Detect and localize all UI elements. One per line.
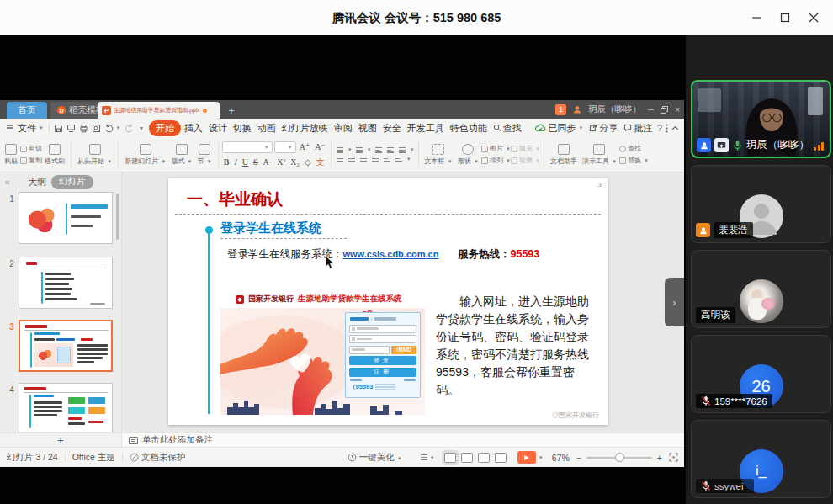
font-name-select[interactable]: ▼ <box>222 141 273 153</box>
align-right-button[interactable] <box>358 157 369 162</box>
slide-thumbnail-3[interactable] <box>19 320 113 372</box>
panel-collapse-icon[interactable]: « <box>5 178 10 187</box>
italic-button[interactable]: I <box>232 157 238 167</box>
number-list-button[interactable] <box>354 147 364 153</box>
preview-icon[interactable] <box>90 124 103 133</box>
collapse-ribbon-icon[interactable] <box>670 125 681 130</box>
menu-features[interactable]: 特色功能 <box>447 122 490 135</box>
slide-thumbnail-1[interactable] <box>19 192 113 244</box>
present-tools-button[interactable]: 演示工具 ▼ <box>580 144 619 166</box>
redo-icon[interactable] <box>122 124 135 133</box>
font-decrease-button[interactable]: A⁻ <box>313 142 327 151</box>
wps-close-icon[interactable]: × <box>675 105 680 114</box>
menu-start[interactable]: 开始 <box>149 120 181 136</box>
undo-icon[interactable]: ▼ <box>103 124 122 133</box>
columns-button[interactable] <box>394 157 404 162</box>
tab-home[interactable]: 首页 <box>7 102 47 119</box>
beautify-button[interactable]: 一键美化▲ <box>348 452 402 464</box>
underline-button[interactable]: U <box>241 157 250 167</box>
paste-button[interactable]: 粘贴 <box>2 144 20 166</box>
distribute-button[interactable] <box>382 157 392 162</box>
fill-button[interactable]: 填充▼ <box>511 144 540 153</box>
protect-status[interactable]: 文档未保护 <box>130 452 186 464</box>
synced-status[interactable]: 已同步▼ <box>533 122 586 135</box>
sorter-view-button[interactable] <box>461 453 473 463</box>
new-slide-button[interactable]: 新建幻灯片 ▼ <box>122 144 168 166</box>
participant-video-tile[interactable]: 玥辰（哆哆） <box>691 80 831 158</box>
text-tool-button[interactable]: 文 <box>315 157 326 168</box>
wps-restore-icon[interactable] <box>661 106 668 114</box>
section-button[interactable]: 节 ▼ <box>195 144 215 166</box>
maximize-button[interactable] <box>771 0 799 35</box>
notification-badge[interactable]: 1 <box>555 104 566 115</box>
outline-button[interactable]: 轮廓▼ <box>511 156 540 165</box>
comment-button[interactable]: 批注 <box>621 122 655 135</box>
wps-minimize-icon[interactable]: ─ <box>648 105 654 114</box>
bold-button[interactable]: B <box>222 157 231 167</box>
panel-expand-handle[interactable]: › <box>665 278 684 326</box>
share-button[interactable]: 分享 <box>586 122 621 135</box>
line-spacing-button[interactable] <box>397 147 407 153</box>
participant-tile[interactable]: 高明该 <box>691 250 831 328</box>
slide-canvas[interactable]: 3 一、毕业确认 登录学生在线系统 登录学生在线服务系统：www.csls.cd… <box>168 178 608 425</box>
bullet-list-button[interactable] <box>335 147 345 153</box>
font-size-select[interactable]: ▼ <box>274 141 296 153</box>
align-left-button[interactable] <box>335 157 345 162</box>
format-painter-button[interactable]: 格式刷 <box>42 144 67 166</box>
toolbar-more-icon[interactable]: ▼ <box>135 125 146 131</box>
more-menu-icon[interactable] <box>664 124 670 133</box>
save-icon[interactable] <box>52 124 65 133</box>
strikethrough-button[interactable]: S <box>252 157 260 167</box>
notes-toggle[interactable]: ▼ <box>419 454 435 460</box>
help-icon[interactable]: ? <box>655 123 664 133</box>
participant-tile[interactable]: 26 159****7626 <box>691 335 831 413</box>
shapes-button[interactable]: 形状 ▼ <box>455 144 481 166</box>
participant-tile[interactable]: 裴裴浩 <box>691 165 831 243</box>
menu-devtools[interactable]: 开发工具 <box>404 122 447 135</box>
cut-button[interactable]: 剪切 <box>20 144 42 153</box>
play-button[interactable] <box>517 451 536 464</box>
indent-decrease-button[interactable] <box>374 147 384 153</box>
login-url-link[interactable]: www.csls.cdb.com.cn <box>343 249 439 259</box>
reading-view-button[interactable] <box>478 453 490 463</box>
subscript-button[interactable]: X₂ <box>289 157 301 167</box>
output-icon[interactable] <box>65 124 77 133</box>
doc-assistant-button[interactable]: 文档助手 <box>548 144 580 166</box>
play-dropdown[interactable]: ▼ <box>539 455 544 460</box>
hamburger-icon[interactable] <box>3 125 17 131</box>
participant-tile[interactable]: i_ ssywei_ <box>691 420 831 498</box>
clear-format-button[interactable]: ◇ <box>303 157 313 167</box>
superscript-button[interactable]: X² <box>275 157 287 167</box>
menu-animation[interactable]: 动画 <box>254 122 279 135</box>
justify-button[interactable] <box>370 157 380 162</box>
menu-insert[interactable]: 插入 <box>181 122 205 135</box>
arrange-button[interactable]: 排列▼ <box>481 156 511 165</box>
align-center-button[interactable] <box>347 157 357 162</box>
zoom-in-button[interactable]: + <box>657 453 662 463</box>
zoom-level[interactable]: 67% <box>552 453 570 463</box>
find-button[interactable]: 查找 <box>619 144 649 153</box>
slideshow-view-button[interactable] <box>495 453 507 463</box>
close-button[interactable] <box>799 0 828 35</box>
menu-design[interactable]: 设计 <box>205 122 230 135</box>
theme-name[interactable]: Office 主题 <box>72 452 115 464</box>
notes-hint[interactable]: 单击此处添加备注 <box>129 434 213 446</box>
zoom-out-button[interactable]: − <box>576 453 581 463</box>
menu-review[interactable]: 审阅 <box>331 122 355 135</box>
menu-view[interactable]: 视图 <box>355 122 379 135</box>
copy-button[interactable]: 复制 <box>20 156 42 165</box>
picture-button[interactable]: 图片▼ <box>481 144 511 153</box>
play-from-start-button[interactable]: 从头开始 ▼ <box>75 144 114 166</box>
font-increase-button[interactable]: A⁺ <box>298 142 312 151</box>
replace-button[interactable]: 替换▼ <box>619 156 649 165</box>
new-tab-button[interactable]: + <box>224 103 239 118</box>
minimize-button[interactable] <box>742 0 771 35</box>
indent-increase-button[interactable] <box>385 147 395 153</box>
textbox-button[interactable]: 文本框 ▼ <box>422 144 455 166</box>
menu-security[interactable]: 安全 <box>379 122 404 135</box>
slides-tab[interactable]: 幻灯片 <box>51 175 93 189</box>
font-color-button[interactable]: A· <box>262 157 274 167</box>
menu-transition[interactable]: 切换 <box>230 122 254 135</box>
add-slide-button[interactable]: + <box>0 433 122 447</box>
menu-file[interactable]: 文件▼ <box>17 122 46 135</box>
